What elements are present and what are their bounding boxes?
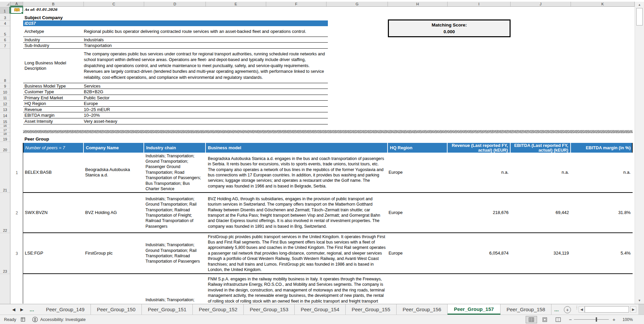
column-header-b[interactable]: B — [23, 2, 84, 6]
column-header-d[interactable]: D — [144, 2, 206, 6]
industry-chain-cell[interactable]: Industrials; Transportation; Ground Tran… — [145, 233, 204, 273]
field-row-asset-intensity[interactable]: Asset Intensity Very asset-heavy — [23, 118, 328, 124]
col-company-name[interactable]: Company Name — [84, 143, 144, 153]
revenue-cell[interactable]: 6,054,874 — [447, 233, 509, 273]
ebitda-margin-cell[interactable]: n.a. — [570, 153, 631, 192]
column-header-i[interactable]: I — [448, 2, 511, 6]
col-ebitda-margin[interactable]: EBITDA margin (in %) — [571, 143, 633, 153]
row-header-8[interactable]: 8 — [0, 49, 10, 83]
revenue-cell[interactable]: n.a. — [447, 153, 509, 192]
hscroll-right-icon[interactable]: ▶ — [630, 306, 636, 313]
col-industry-chain[interactable]: Industry chain — [144, 143, 206, 153]
row-header-6[interactable]: 6 — [0, 37, 10, 43]
zoom-slider-thumb[interactable] — [596, 317, 597, 322]
row-header-9[interactable]: 9 — [0, 83, 10, 89]
row-header-5[interactable]: 5 — [0, 26, 10, 37]
scroll-down-icon[interactable]: ▼ — [635, 298, 644, 303]
row-header-21[interactable]: 21 — [0, 153, 10, 193]
ebitda-margin-cell[interactable]: 5.4% — [570, 233, 631, 273]
tabs-overflow-right[interactable]: … — [554, 304, 559, 315]
business-model-cell[interactable]: Beogradska Autobuska Stanica a.d. engage… — [208, 153, 387, 192]
peer-index-cell[interactable]: 1 — [10, 153, 23, 193]
hq-region-cell[interactable]: Europe — [389, 193, 446, 232]
vertical-scrollbar[interactable]: ▲ ▼ — [635, 2, 644, 304]
ebitda-cell[interactable]: 69,442 — [510, 193, 569, 232]
ticker-cell[interactable]: BELEX:BASB — [25, 153, 82, 192]
industry-chain-cell[interactable]: Industrials; Transportation; — [145, 274, 205, 304]
ebitda-margin-cell[interactable]: 31.8% — [570, 193, 631, 232]
ticker-cell[interactable]: LSE:FGP — [25, 233, 82, 273]
row-header-14[interactable]: 14 — [0, 112, 10, 118]
company-cell[interactable]: BVZ Holding AG — [85, 193, 143, 232]
tab-peer-group-149[interactable]: Peer_Group_149 — [40, 304, 91, 315]
column-header-f[interactable]: F — [266, 2, 327, 6]
business-model-cell[interactable]: BVZ Holding AG, through its subsidiaries… — [208, 193, 387, 232]
row-header-15[interactable]: 15 — [0, 118, 10, 124]
ticker-cell[interactable]: SWX:BVZN — [25, 193, 82, 232]
tab-scroll-right-icon[interactable]: ▶ — [18, 304, 25, 315]
page-layout-view-icon[interactable] — [539, 316, 550, 323]
fill-handle[interactable] — [21, 12, 23, 14]
row-header-16[interactable]: 16 — [0, 124, 10, 128]
row-header-7[interactable]: 7 — [0, 43, 10, 49]
active-cell-a1[interactable] — [10, 7, 23, 14]
field-row-long-description[interactable]: Long Business Model Description The comp… — [23, 49, 328, 83]
subject-id-cell[interactable]: ID157 — [23, 20, 328, 26]
column-header-h[interactable]: H — [388, 2, 448, 6]
column-header-j[interactable]: J — [511, 2, 571, 6]
row-header-12[interactable]: 12 — [0, 101, 10, 107]
row-header-22[interactable]: 22 — [0, 193, 10, 233]
col-hq-region[interactable]: HQ Region — [388, 143, 448, 153]
column-header-c[interactable]: C — [84, 2, 144, 6]
col-business-model[interactable]: Business model — [206, 143, 388, 153]
industry-chain-cell[interactable]: Industrials; Transportation; Ground Tran… — [145, 153, 204, 192]
zoom-level[interactable]: 100% — [623, 315, 633, 324]
normal-view-icon[interactable] — [526, 316, 537, 323]
tab-peer-group-156[interactable]: Peer_Group_156 — [397, 304, 448, 315]
row-header-13[interactable]: 13 — [0, 107, 10, 112]
tab-peer-group-152[interactable]: Peer_Group_152 — [193, 304, 244, 315]
tab-peer-group-158[interactable]: Peer_Group_158 — [501, 304, 551, 315]
business-model-cell[interactable]: FirstGroup plc provides public transport… — [208, 233, 387, 273]
row-header-3[interactable]: 3 — [0, 15, 10, 20]
tab-peer-group-153[interactable]: Peer_Group_153 — [244, 304, 295, 315]
revenue-cell[interactable]: 218,676 — [447, 193, 509, 232]
accessibility-status[interactable]: Accessibility: Investigate — [40, 315, 85, 324]
hscroll-left-icon[interactable]: ◀ — [579, 306, 585, 313]
company-cell[interactable]: Beogradska Autobuska Stanica a.d. — [85, 153, 143, 192]
peer-index-cell[interactable]: 3 — [10, 233, 23, 274]
tab-scroll-left-icon[interactable]: ◀ — [10, 304, 17, 315]
tab-peer-group-155[interactable]: Peer_Group_155 — [346, 304, 397, 315]
tab-peer-group-154[interactable]: Peer_Group_154 — [295, 304, 346, 315]
tab-peer-group-151[interactable]: Peer_Group_151 — [142, 304, 193, 315]
peer-index-cell[interactable]: 2 — [10, 193, 23, 233]
column-header-k[interactable]: K — [571, 2, 635, 6]
column-header-e[interactable]: E — [206, 2, 266, 6]
row-header-1[interactable]: 1 — [0, 7, 10, 14]
hq-region-cell[interactable]: Europe — [389, 153, 446, 192]
column-header-g[interactable]: G — [327, 2, 388, 6]
field-row-hq-region[interactable]: HQ Region Europe — [23, 101, 328, 107]
field-row-archetype[interactable]: Archetype Regional public bus operator d… — [23, 26, 328, 37]
accessibility-icon[interactable] — [32, 315, 38, 324]
zoom-out-icon[interactable]: − — [569, 315, 572, 324]
industry-chain-cell[interactable]: Industrials; Transportation; Ground Tran… — [145, 193, 204, 232]
zoom-slider-track[interactable] — [574, 319, 609, 320]
field-row-business-model-type[interactable]: Business Model Type Services — [23, 83, 328, 89]
field-row-revenue[interactable]: Revenue 10–25 mEUR — [23, 107, 328, 112]
row-header-23[interactable]: 23 — [0, 233, 10, 274]
page-break-view-icon[interactable] — [552, 316, 564, 323]
field-row-industry[interactable]: Industry Industrials — [23, 37, 328, 43]
business-model-cell[interactable]: FNM S.p.A. engages in the railway mobili… — [208, 274, 387, 304]
new-sheet-icon[interactable]: + — [564, 306, 571, 313]
macro-record-icon[interactable] — [21, 315, 25, 324]
row-header-19[interactable]: 19 — [0, 136, 10, 142]
ebitda-cell[interactable]: 324,119 — [510, 233, 569, 273]
col-number-of-peers[interactable]: Number of peers = 7 — [23, 143, 84, 153]
field-row-customer-type[interactable]: Customer Type B2B+B2G — [23, 89, 328, 95]
scroll-up-icon[interactable]: ▲ — [635, 2, 644, 7]
ebitda-cell[interactable]: n.a. — [510, 153, 569, 192]
row-header-4[interactable]: 4 — [0, 20, 10, 26]
field-row-primary-end-market[interactable]: Primary End Market Public Sector — [23, 95, 328, 101]
tabs-overflow-left[interactable]: … — [30, 304, 34, 315]
